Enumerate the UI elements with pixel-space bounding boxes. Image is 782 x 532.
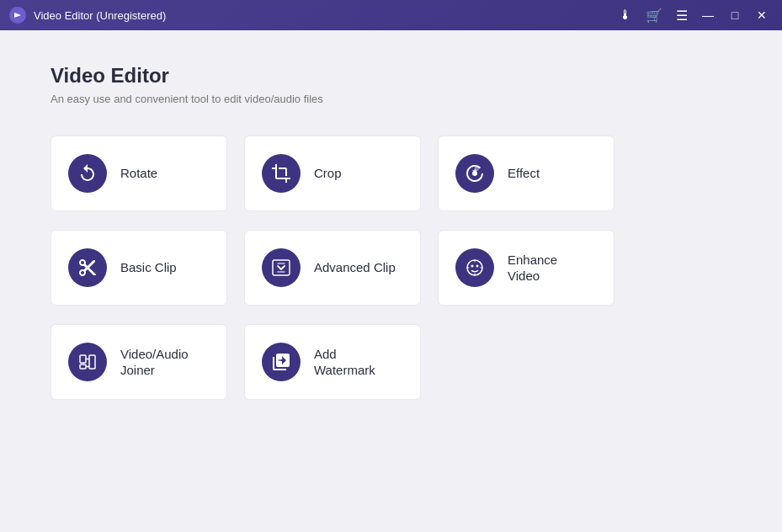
titlebar-controls: 🌡 🛒 ☰ — □ ✕ xyxy=(614,3,774,27)
advanced-clip-icon xyxy=(271,258,291,278)
titlebar: Video Editor (Unregistered) 🌡 🛒 ☰ — □ ✕ xyxy=(0,0,782,30)
tool-card-enhance-video[interactable]: Enhance Video xyxy=(438,230,614,306)
thermometer-icon[interactable]: 🌡 xyxy=(614,6,637,24)
svg-rect-2 xyxy=(273,260,290,275)
main-content: Video Editor An easy use and convenient … xyxy=(0,30,782,532)
menu-icon[interactable]: ☰ xyxy=(671,6,693,25)
effect-label: Effect xyxy=(508,165,540,182)
crop-icon-circle xyxy=(262,154,301,193)
effect-icon-circle xyxy=(455,154,494,193)
advanced-clip-label: Advanced Clip xyxy=(314,259,396,276)
tool-card-rotate[interactable]: Rotate xyxy=(51,136,227,211)
enhance-icon-circle xyxy=(455,248,494,287)
maximize-button[interactable]: □ xyxy=(723,3,747,27)
crop-icon xyxy=(271,163,291,184)
enhance-icon xyxy=(465,258,485,278)
rotate-icon xyxy=(77,163,98,184)
tool-card-video-audio-joiner[interactable]: Video/Audio Joiner xyxy=(51,324,227,400)
add-watermark-label: Add Watermark xyxy=(314,346,375,379)
tool-card-effect[interactable]: Effect xyxy=(438,136,614,211)
page-subtitle: An easy use and convenient tool to edit … xyxy=(51,93,731,105)
advanced-clip-icon-circle xyxy=(262,248,301,287)
tools-grid: Rotate Crop Effect xyxy=(51,136,731,400)
svg-point-5 xyxy=(476,265,479,268)
watermark-icon-circle: T xyxy=(262,343,301,381)
watermark-icon: T xyxy=(271,352,291,372)
basic-clip-label: Basic Clip xyxy=(120,259,177,276)
minimize-button[interactable]: — xyxy=(696,3,720,27)
tool-card-basic-clip[interactable]: Basic Clip xyxy=(51,230,227,306)
scissors-icon xyxy=(77,258,98,278)
enhance-video-label: Enhance Video xyxy=(508,252,557,285)
tool-card-crop[interactable]: Crop xyxy=(244,136,421,211)
app-logo xyxy=(8,6,27,24)
cart-icon[interactable]: 🛒 xyxy=(641,6,668,25)
joiner-icon xyxy=(77,352,98,372)
tool-card-advanced-clip[interactable]: Advanced Clip xyxy=(244,230,421,306)
rotate-label: Rotate xyxy=(120,165,157,182)
svg-rect-8 xyxy=(89,355,95,369)
crop-label: Crop xyxy=(314,165,342,182)
effect-icon xyxy=(465,163,485,184)
video-audio-joiner-label: Video/Audio Joiner xyxy=(120,346,189,379)
rotate-icon-circle xyxy=(68,154,107,193)
titlebar-title: Video Editor (Unregistered) xyxy=(34,9,614,22)
svg-rect-7 xyxy=(80,364,86,369)
close-button[interactable]: ✕ xyxy=(750,3,774,27)
joiner-icon-circle xyxy=(68,343,107,381)
svg-rect-6 xyxy=(80,355,86,363)
svg-point-4 xyxy=(471,265,474,268)
svg-text:T: T xyxy=(278,356,283,364)
page-title: Video Editor xyxy=(51,64,731,88)
scissors-icon-circle xyxy=(68,248,107,287)
tool-card-add-watermark[interactable]: T Add Watermark xyxy=(244,324,421,400)
